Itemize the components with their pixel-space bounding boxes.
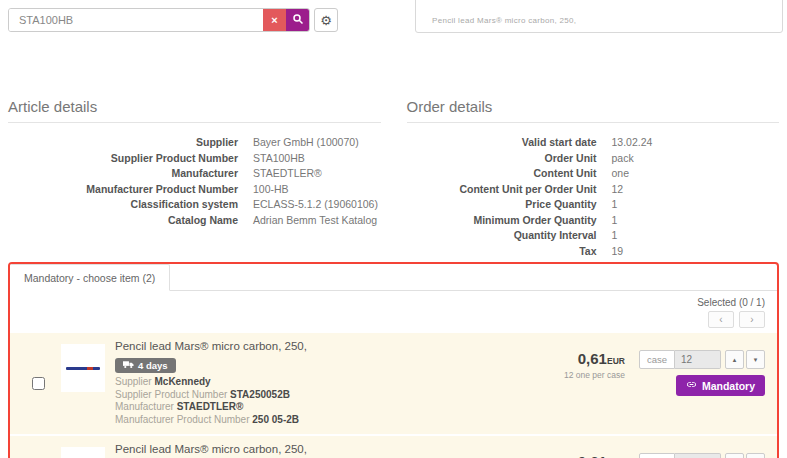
quantity-decrease-button[interactable]: ▾ bbox=[746, 453, 765, 458]
truck-icon bbox=[123, 360, 134, 371]
detail-row: Catalog NameAdrian Bemm Test Katalog bbox=[8, 213, 381, 229]
search-button[interactable] bbox=[286, 9, 309, 31]
detail-value: 1 bbox=[612, 213, 780, 229]
mandatory-section: Mandatory - choose item (2) Selected (0 … bbox=[8, 262, 779, 458]
gear-icon: ⚙ bbox=[320, 13, 332, 28]
field-label: Manufacturer bbox=[115, 401, 174, 412]
link-icon bbox=[686, 379, 697, 392]
detail-label: Manufacturer bbox=[8, 166, 238, 182]
item-title[interactable]: Pencil lead Mars® micro carbon, 250, bbox=[115, 340, 564, 352]
mandatory-button-label: Mandatory bbox=[702, 380, 755, 392]
quantity-group: case ▴ ▾ bbox=[639, 350, 765, 369]
item-title[interactable]: Pencil lead Mars® micro carbon, 250, bbox=[115, 443, 564, 455]
price-block: 0,61EUR 12 one per case bbox=[564, 350, 625, 380]
chevron-right-icon: › bbox=[750, 314, 753, 325]
item-row: Pencil lead Mars® micro carbon, 250, 4 d… bbox=[10, 434, 777, 458]
detail-label: Manufacturer Product Number bbox=[8, 182, 238, 198]
detail-row: Classification systemECLASS-5.1.2 (19060… bbox=[8, 197, 381, 213]
page: × ⚙ Pencil lead Mars® micro carbon, 250,… bbox=[0, 0, 787, 458]
search-input[interactable] bbox=[9, 9, 263, 31]
detail-label: Content Unit bbox=[407, 166, 597, 182]
quantity-increase-button[interactable]: ▴ bbox=[725, 350, 744, 369]
item-info: Pencil lead Mars® micro carbon, 250, 4 d… bbox=[115, 443, 564, 458]
next-page-button[interactable]: › bbox=[739, 311, 765, 328]
detail-value: 1 bbox=[612, 197, 780, 213]
field-label: Supplier bbox=[115, 376, 152, 387]
selection-toolbar: Selected (0 / 1) ‹ › bbox=[10, 291, 777, 333]
search-icon bbox=[292, 13, 304, 27]
article-details-section: Article details SupplierBayer GmbH (1000… bbox=[8, 98, 381, 259]
detail-value: STAEDTLER® bbox=[253, 166, 381, 182]
delivery-time-label: 4 days bbox=[138, 360, 168, 371]
settings-button[interactable]: ⚙ bbox=[314, 8, 338, 32]
detail-row: Content Unitone bbox=[407, 166, 780, 182]
mandatory-button[interactable]: Mandatory bbox=[676, 375, 765, 396]
item-field: Supplier McKennedy bbox=[115, 376, 564, 389]
detail-value: one bbox=[612, 166, 780, 182]
detail-label: Content Unit per Order Unit bbox=[407, 182, 597, 198]
detail-value: 100-HB bbox=[253, 182, 381, 198]
detail-label: Supplier Product Number bbox=[8, 151, 238, 167]
item-controls: case ▴ ▾ Mandatory bbox=[639, 453, 765, 458]
detail-row: Order Unitpack bbox=[407, 151, 780, 167]
product-image bbox=[61, 344, 105, 392]
chevron-up-icon: ▴ bbox=[733, 356, 737, 363]
product-image bbox=[61, 447, 105, 458]
quantity-decrease-button[interactable]: ▾ bbox=[746, 350, 765, 369]
item-checkbox[interactable] bbox=[32, 377, 45, 390]
item-field: Supplier Product Number STA250052B bbox=[115, 389, 564, 402]
selected-count-label: Selected (0 / 1) bbox=[697, 297, 765, 308]
order-details-title: Order details bbox=[407, 98, 780, 123]
item-row: Pencil lead Mars® micro carbon, 250, 4 d… bbox=[10, 333, 777, 434]
truncated-product-panel: Pencil lead Mars® micro carbon, 250, bbox=[415, 0, 783, 33]
tab-bar: Mandatory - choose item (2) bbox=[10, 264, 777, 291]
detail-label: Price Quantity bbox=[407, 197, 597, 213]
detail-row: Price Quantity1 bbox=[407, 197, 780, 213]
quantity-input[interactable] bbox=[675, 350, 721, 369]
price-block: 0,61EUR 12 one per case bbox=[564, 453, 625, 458]
quantity-group: case ▴ ▾ bbox=[639, 453, 765, 458]
detail-value: ECLASS-5.1.2 (19060106) bbox=[253, 197, 381, 213]
item-order-area: 0,61EUR 12 one per case case ▴ ▾ Mandato… bbox=[564, 443, 765, 458]
close-icon: × bbox=[271, 14, 277, 26]
currency-label: EUR bbox=[607, 356, 625, 366]
price-value: 0,61 bbox=[578, 453, 607, 458]
detail-row: Tax19 bbox=[407, 244, 780, 260]
order-details-section: Order details Valid start date13.02.24 O… bbox=[407, 98, 780, 259]
detail-value: 13.02.24 bbox=[612, 135, 780, 151]
prev-page-button[interactable]: ‹ bbox=[708, 311, 734, 328]
search-container: × bbox=[8, 8, 310, 32]
unit-label: case bbox=[639, 350, 675, 369]
detail-value: Adrian Bemm Test Katalog bbox=[253, 213, 381, 229]
item-order-area: 0,61EUR 12 one per case case ▴ ▾ Mandato… bbox=[564, 340, 765, 396]
field-value: McKennedy bbox=[154, 376, 210, 387]
detail-row: Supplier Product NumberSTA100HB bbox=[8, 151, 381, 167]
price-note: 12 one per case bbox=[564, 370, 625, 380]
article-details-title: Article details bbox=[8, 98, 381, 123]
clear-search-button[interactable]: × bbox=[263, 9, 286, 31]
unit-label: case bbox=[639, 453, 675, 458]
detail-label: Catalog Name bbox=[8, 213, 238, 229]
detail-value: 1 bbox=[612, 228, 780, 244]
detail-value: pack bbox=[612, 151, 780, 167]
delivery-badge: 4 days bbox=[115, 358, 176, 373]
quantity-input[interactable] bbox=[675, 453, 721, 458]
tab-mandatory-choose-item[interactable]: Mandatory - choose item (2) bbox=[9, 264, 170, 291]
detail-value: 12 bbox=[612, 182, 780, 198]
quantity-increase-button[interactable]: ▴ bbox=[725, 453, 744, 458]
detail-label: Valid start date bbox=[407, 135, 597, 151]
detail-row: ManufacturerSTAEDTLER® bbox=[8, 166, 381, 182]
pencil-lead-graphic bbox=[66, 367, 100, 370]
detail-label: Minimum Order Quantity bbox=[407, 213, 597, 229]
detail-value: Bayer GmbH (100070) bbox=[253, 135, 381, 151]
item-field: Manufacturer STAEDTLER® bbox=[115, 401, 564, 414]
pager: ‹ › bbox=[708, 311, 765, 328]
field-label: Manufacturer Product Number bbox=[115, 414, 250, 425]
field-value: 250 05-2B bbox=[252, 414, 299, 425]
item-info: Pencil lead Mars® micro carbon, 250, 4 d… bbox=[115, 340, 564, 426]
detail-row: Content Unit per Order Unit12 bbox=[407, 182, 780, 198]
detail-value: STA100HB bbox=[253, 151, 381, 167]
item-controls: case ▴ ▾ Mandatory bbox=[639, 350, 765, 396]
detail-row: SupplierBayer GmbH (100070) bbox=[8, 135, 381, 151]
detail-label: Supplier bbox=[8, 135, 238, 151]
